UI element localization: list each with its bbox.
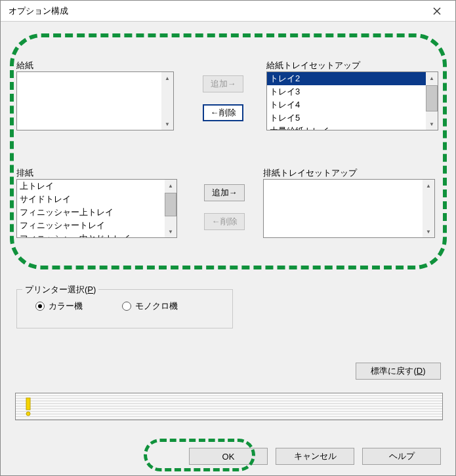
printer-mono-label: モノクロ機: [135, 300, 178, 312]
feed-add-button[interactable]: 追加→: [203, 75, 243, 92]
reset-defaults-label: 標準に戻す(D): [371, 365, 425, 377]
scroll-down-icon[interactable]: ▼: [161, 118, 173, 130]
printer-mono-radio[interactable]: モノクロ機: [122, 300, 178, 312]
feed-src-items: [17, 72, 161, 130]
scroll-down-icon[interactable]: ▼: [423, 226, 434, 237]
svg-point-3: [26, 412, 30, 416]
list-item[interactable]: トレイ5: [267, 111, 426, 125]
feed-src-label: 給紙: [16, 60, 33, 71]
dialog-window: オプション構成 給紙 ▲ ▼ 追加→ ←削除 給紙トレイセットアップ トレイ2ト…: [0, 0, 456, 476]
scroll-thumb[interactable]: [165, 193, 176, 216]
radio-icon: [35, 302, 45, 311]
scroll-up-icon[interactable]: ▲: [426, 72, 438, 84]
scrollbar[interactable]: ▲ ▼: [165, 180, 176, 237]
cancel-button[interactable]: キャンセル: [276, 448, 354, 465]
scroll-down-icon[interactable]: ▼: [165, 226, 176, 237]
output-src-listbox[interactable]: 上トレイサイドトレイフィニッシャー上トレイフィニッシャートレイフィニッシャー中と…: [16, 179, 177, 238]
list-item[interactable]: トレイ4: [267, 98, 426, 111]
feed-dst-label: 給紙トレイセットアップ: [266, 60, 360, 71]
scroll-thumb[interactable]: [426, 85, 438, 111]
output-dst-items: [264, 180, 423, 237]
scroll-down-icon[interactable]: ▼: [426, 118, 438, 130]
feed-src-listbox[interactable]: ▲ ▼: [16, 71, 174, 130]
scrollbar[interactable]: ▲ ▼: [423, 180, 434, 237]
output-remove-button[interactable]: ←削除: [204, 213, 245, 230]
printer-color-radio[interactable]: カラー機: [35, 300, 83, 312]
printer-select-legend-text: プリンター選択(P): [25, 285, 96, 294]
close-icon: [433, 7, 441, 15]
scroll-track[interactable]: [165, 191, 176, 226]
dialog-button-row: OK キャンセル ヘルプ: [189, 448, 441, 465]
scroll-up-icon[interactable]: ▲: [165, 180, 176, 191]
scroll-up-icon[interactable]: ▲: [423, 180, 434, 191]
output-dst-label: 排紙トレイセットアップ: [263, 167, 357, 179]
list-item[interactable]: フィニッシャートレイ: [17, 219, 165, 232]
tray-config-panel: 給紙 ▲ ▼ 追加→ ←削除 給紙トレイセットアップ トレイ2トレイ3トレイ4ト…: [12, 31, 444, 292]
ok-button[interactable]: OK: [189, 448, 268, 465]
list-item[interactable]: フィニッシャー中とじトレイ: [17, 232, 165, 237]
status-strip: [15, 393, 443, 420]
output-add-button[interactable]: 追加→: [204, 184, 245, 201]
scroll-track[interactable]: [161, 84, 173, 118]
list-item[interactable]: 上トレイ: [17, 180, 165, 193]
scroll-track[interactable]: [423, 191, 434, 226]
output-dst-listbox[interactable]: ▲ ▼: [263, 179, 435, 238]
list-item[interactable]: サイドトレイ: [17, 193, 165, 206]
status-warning-icon: [16, 394, 41, 419]
feed-dst-listbox[interactable]: トレイ2トレイ3トレイ4トレイ5大量給紙トレイ ▲ ▼: [266, 71, 438, 130]
scrollbar[interactable]: ▲ ▼: [161, 72, 173, 130]
window-title: オプション構成: [9, 5, 68, 17]
reset-defaults-button[interactable]: 標準に戻す(D): [356, 363, 441, 380]
scroll-track[interactable]: [426, 84, 438, 118]
printer-radio-row: カラー機 モノクロ機: [17, 298, 232, 312]
printer-select-group: プリンター選択(P) カラー機 モノクロ機: [16, 289, 233, 328]
output-src-label: 排紙: [16, 167, 33, 179]
close-button[interactable]: [424, 2, 450, 20]
radio-icon: [122, 302, 131, 311]
help-button[interactable]: ヘルプ: [362, 448, 441, 465]
output-src-items: 上トレイサイドトレイフィニッシャー上トレイフィニッシャートレイフィニッシャー中と…: [17, 180, 165, 237]
printer-color-label: カラー機: [49, 300, 83, 312]
feed-remove-button[interactable]: ←削除: [203, 104, 243, 121]
feed-dst-items: トレイ2トレイ3トレイ4トレイ5大量給紙トレイ: [267, 72, 426, 130]
list-item[interactable]: フィニッシャー上トレイ: [17, 206, 165, 219]
list-item[interactable]: トレイ2: [267, 72, 426, 85]
scroll-up-icon[interactable]: ▲: [161, 72, 173, 84]
svg-rect-2: [26, 398, 30, 410]
printer-select-legend: プリンター選択(P): [22, 284, 98, 296]
list-item[interactable]: トレイ3: [267, 85, 426, 98]
list-item[interactable]: 大量給紙トレイ: [267, 125, 426, 130]
titlebar: オプション構成: [1, 1, 455, 22]
scrollbar[interactable]: ▲ ▼: [426, 72, 438, 130]
